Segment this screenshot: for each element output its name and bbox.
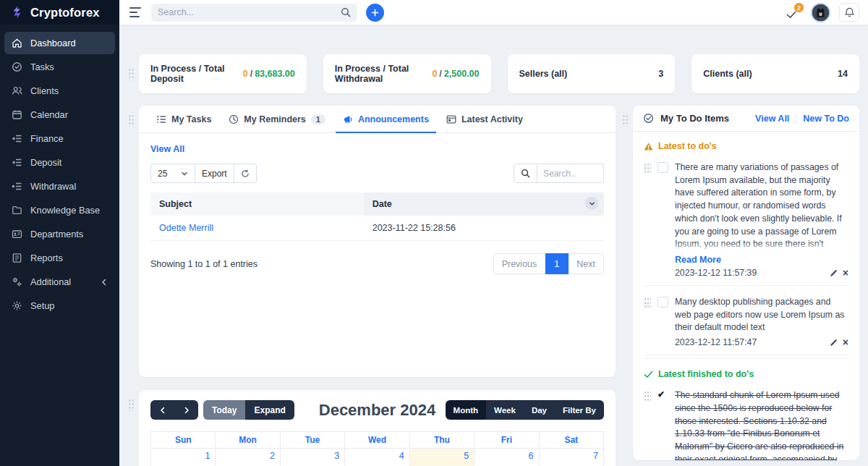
export-button[interactable]: Export [195, 164, 234, 183]
tab-my-reminders[interactable]: My Reminders 1 [221, 106, 333, 133]
global-search-input[interactable] [158, 7, 335, 17]
refresh-icon [241, 169, 250, 178]
notifications-button[interactable] [839, 3, 859, 22]
calendar-today-button[interactable]: Today [203, 400, 245, 420]
column-collapse-button[interactable] [585, 197, 598, 210]
new-todo-link[interactable]: New To Do [803, 114, 849, 124]
weekday-header: Mon [216, 432, 280, 448]
stat-card-withdrawal: In Process / Total Withdrawal 0/2,500.00 [323, 54, 491, 93]
calendar-filter-by-button[interactable]: Filter By [555, 400, 604, 420]
sidebar: Cryptoforex Dashboard Tasks Clients Cale… [0, 0, 119, 466]
chevron-right-icon [183, 407, 190, 414]
pagination: Previous 1 Next [493, 253, 604, 274]
delete-icon[interactable]: × [843, 268, 848, 278]
tab-latest-activity[interactable]: Latest Activity [439, 106, 530, 133]
todo-drag-handle[interactable] [644, 163, 651, 174]
finished-todo-item: ✔ The standard chunk of Lorem Ipsum used… [644, 379, 848, 460]
plus-icon [371, 9, 379, 17]
table-search-button[interactable] [514, 164, 537, 183]
calendar-day-cell[interactable]: 1 [151, 449, 216, 466]
sidebar-item-departments[interactable]: Departments [4, 223, 115, 245]
todo-drag-handle[interactable] [644, 391, 651, 402]
calendar-next-button[interactable] [174, 400, 198, 420]
calendar-day-cell[interactable]: 4 [345, 449, 409, 466]
sidebar-item-knowledge-base[interactable]: Knowledge Base [4, 199, 115, 221]
sidebar-item-finance[interactable]: Finance [4, 127, 115, 150]
user-avatar[interactable] [811, 3, 830, 22]
calendar-day-cell[interactable]: 3 [281, 449, 345, 466]
todo-list: Latest to do's There are many variations… [633, 132, 859, 460]
announcement-subject-link[interactable]: Odette Merrill [159, 223, 213, 233]
stats-drag-handle[interactable] [128, 68, 135, 80]
sidebar-item-withdrawal[interactable]: Withdrawal [4, 175, 115, 198]
tab-my-tasks[interactable]: My Tasks [149, 106, 218, 133]
sidebar-item-deposit[interactable]: Deposit [4, 151, 115, 174]
announcement-date: 2023-11-22 15:28:56 [364, 216, 604, 240]
approvals-count-badge: 2 [793, 2, 804, 13]
activity-card-icon [446, 114, 456, 124]
weekday-header: Tue [281, 432, 345, 448]
delete-icon[interactable]: × [843, 337, 848, 347]
calendar-day-cell[interactable]: 2 [216, 449, 280, 466]
done-check-icon: ✔ [658, 389, 668, 460]
edit-icon[interactable] [830, 339, 838, 347]
sidebar-item-dashboard[interactable]: Dashboard [4, 32, 115, 54]
search-icon [341, 7, 351, 17]
sidebar-item-tasks[interactable]: Tasks [4, 56, 115, 78]
sidebar-item-reports[interactable]: Reports [4, 247, 115, 269]
edit-icon[interactable] [830, 269, 838, 277]
global-search [151, 4, 357, 22]
tab-announcements[interactable]: Announcements [336, 106, 436, 133]
weekday-header: Sun [151, 432, 216, 448]
calendar-expand-button[interactable]: Expand [245, 400, 294, 420]
todo-drag-handle[interactable] [644, 297, 651, 308]
weekday-header: Fri [475, 432, 539, 448]
stat-value: 3 [658, 69, 663, 79]
read-more-link[interactable]: Read More [675, 255, 721, 265]
gears-icon [12, 276, 22, 287]
calendar-view-week-button[interactable]: Week [486, 400, 524, 420]
pagination-previous-button[interactable]: Previous [493, 253, 546, 274]
table-controls: 25 Export [150, 164, 604, 183]
todo-panel-title: My To Do Items [660, 113, 729, 124]
sidebar-item-setup[interactable]: Setup [4, 295, 115, 317]
quick-add-button[interactable] [366, 4, 384, 22]
sidebar-item-additional[interactable]: Additional [4, 271, 115, 293]
announcements-view-all-link[interactable]: View All [150, 144, 616, 154]
page-size-select[interactable]: 25 [150, 164, 195, 183]
sidebar-item-calendar[interactable]: Calendar [4, 103, 115, 126]
panel-tabs: My Tasks My Reminders 1 Announcements [139, 106, 616, 133]
refresh-button[interactable] [234, 164, 257, 183]
list-arrow-icon [12, 133, 22, 144]
calendar-prev-button[interactable] [150, 400, 174, 420]
main-panel-drag-handle[interactable] [128, 114, 135, 127]
approvals-button[interactable]: 2 [786, 4, 802, 20]
calendar-view-month-button[interactable]: Month [446, 400, 486, 420]
calendar-day-cell-today[interactable]: 5 [410, 449, 475, 466]
calendar-toolbar: December 2024 Today Expand Month [139, 390, 616, 427]
table-row: Odette Merrill 2023-11-22 15:28:56 [150, 216, 604, 241]
brand-logo[interactable]: Cryptoforex [0, 0, 119, 25]
table-search-input[interactable] [537, 164, 604, 183]
menu-toggle-button[interactable] [129, 7, 142, 17]
calendar-panel: December 2024 Today Expand Month [139, 390, 616, 466]
calendar-day-cell[interactable]: 6 [475, 449, 539, 466]
column-header-date[interactable]: Date [364, 192, 604, 216]
sidebar-item-clients[interactable]: Clients [4, 80, 115, 102]
finished-todo-text: The standard chunk of Lorem Ipsum used s… [675, 390, 843, 460]
todo-checkbox[interactable] [658, 162, 668, 173]
task-list-icon [156, 114, 166, 124]
calendar-view-day-button[interactable]: Day [524, 400, 555, 420]
todo-view-all-link[interactable]: View All [755, 114, 789, 124]
announcements-table: Subject Date Odette Merrill 2023-11-22 1… [150, 192, 604, 241]
column-header-subject[interactable]: Subject [150, 192, 364, 216]
todo-text: Many desktop publishing packages and web… [675, 297, 844, 332]
chevron-down-icon [589, 200, 595, 207]
calendar-day-cell[interactable]: 7 [540, 449, 603, 466]
calendar-drag-handle[interactable] [128, 399, 135, 411]
pagination-next-button[interactable]: Next [569, 253, 604, 274]
pagination-page-1[interactable]: 1 [545, 253, 569, 274]
weekday-header: Wed [345, 432, 409, 448]
todo-checkbox[interactable] [658, 297, 668, 308]
todo-panel-drag-handle[interactable] [622, 114, 629, 127]
